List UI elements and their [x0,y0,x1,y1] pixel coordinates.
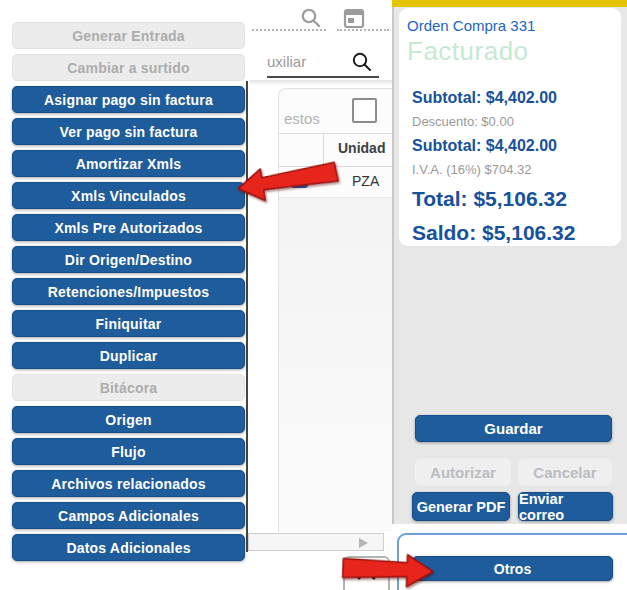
menu-button-flujo[interactable]: Flujo [12,438,245,465]
order-title: Orden Compra 331 [407,16,613,36]
menu-button-bitacora[interactable]: Bitácora [12,374,245,401]
impuestos-label-partial: estos [284,110,320,127]
auxiliar-input-underline [267,76,379,78]
cancelar-button[interactable]: Cancelar [518,458,612,486]
horizontal-scrollbar[interactable] [248,533,384,551]
menu-button-asignar-pago-sin-factura[interactable]: Asignar pago sin factura [12,86,245,113]
search-icon[interactable] [351,51,373,73]
menu-button-origen[interactable]: Origen [12,406,245,433]
app-window: uxiliar estos Unidad PZA [0,0,627,590]
iva-line: I.V.A. (16%) $704.32 [412,162,613,178]
menu-button-xmls-vinculados[interactable]: Xmls Vinculados [12,182,245,209]
menu-button-duplicar[interactable]: Duplicar [12,342,245,369]
auxiliar-input-partial[interactable]: uxiliar [267,53,306,70]
menu-button-dir-origen-destino[interactable]: Dir Origen/Destino [12,246,245,273]
total-line: Total: $5,106.32 [412,186,613,212]
autorizar-button[interactable]: Autorizar [415,458,511,486]
triangle-right-icon[interactable] [359,538,368,548]
subtotal2-line: Subtotal: $4,402.00 [412,136,613,156]
guardar-button[interactable]: Guardar [415,415,612,442]
status-yellow-bar [392,0,627,7]
menu-button-campos-adicionales[interactable]: Campos Adicionales [12,502,245,529]
subtotal-line: Subtotal: $4,402.00 [412,88,613,108]
generar-pdf-button[interactable]: Generar PDF [412,492,510,521]
order-summary-card: Orden Compra 331 Facturado Subtotal: $4,… [399,8,621,246]
grid-divider [279,133,392,134]
window-left-border [246,81,248,552]
calendar-icon[interactable] [343,7,365,29]
totals-block: Subtotal: $4,402.00 Descuento: $0.00 Sub… [412,88,613,246]
search-icon[interactable] [300,7,322,29]
cell-unidad-value[interactable]: PZA [352,173,379,189]
status-badge: Facturado [407,36,613,66]
otros-button[interactable]: Otros [412,556,613,581]
order-summary-panel: Orden Compra 331 Facturado Subtotal: $4,… [392,0,627,590]
red-arrow-otros [340,549,435,590]
select-all-checkbox[interactable] [352,98,377,123]
menu-button-retenciones-impuestos[interactable]: Retenciones/Impuestos [12,278,245,305]
menu-button-archivos-relacionados[interactable]: Archivos relacionados [12,470,245,497]
saldo-line: Saldo: $5,106.32 [412,220,613,246]
menu-button-ver-pago-sin-factura[interactable]: Ver pago sin factura [12,118,245,145]
column-header-unidad[interactable]: Unidad [338,140,385,156]
enviar-correo-button[interactable]: Enviar correo [518,492,613,521]
menu-button-finiquitar[interactable]: Finiquitar [12,310,245,337]
field-underline-dotted [337,29,389,31]
otros-actions-menu: Generar Entrada Cambiar a surtido Asigna… [12,22,245,561]
menu-button-xmls-pre-autorizados[interactable]: Xmls Pre Autorizados [12,214,245,241]
menu-button-generar-entrada[interactable]: Generar Entrada [12,22,245,49]
toolbar-shadow [250,80,392,86]
descuento-line: Descuento: $0.00 [412,114,613,130]
grid-empty-area [279,198,392,532]
menu-button-datos-adicionales[interactable]: Datos Adicionales [12,534,245,561]
menu-button-amortizar-xmls[interactable]: Amortizar Xmls [12,150,245,177]
field-underline-dotted [252,29,326,31]
menu-button-cambiar-a-surtido[interactable]: Cambiar a surtido [12,54,245,81]
